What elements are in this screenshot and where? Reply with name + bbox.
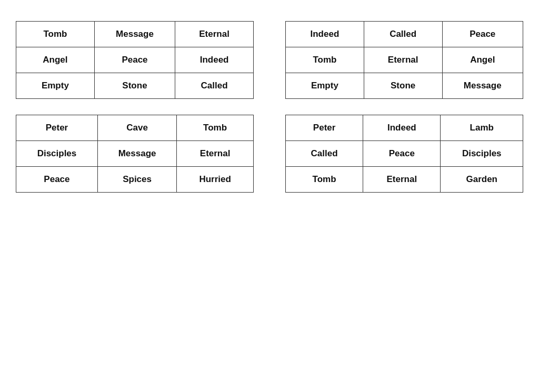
table-row: CalledPeaceDisciples [286, 141, 523, 167]
table-cell: Peter [16, 115, 98, 141]
table-row: PeaceSpicesHurried [16, 167, 254, 193]
table-row: EmptyStoneMessage [286, 73, 523, 99]
table-cell: Tomb [177, 115, 254, 141]
table-cell: Angel [442, 47, 523, 73]
table-cell: Empty [16, 73, 95, 99]
table-cell: Spices [97, 167, 176, 193]
table-row: TombEternalAngel [286, 47, 523, 73]
left-column: TombMessageEternalAngelPeaceIndeedEmptyS… [16, 21, 254, 193]
table-cell: Eternal [364, 47, 442, 73]
table-cell: Message [94, 22, 175, 47]
table-cell: Disciples [16, 141, 98, 167]
table-cell: Peace [442, 22, 523, 47]
table-cell: Stone [94, 73, 175, 99]
table-cell: Garden [441, 167, 523, 193]
table-bottom-left: PeterCaveTombDisciplesMessageEternalPeac… [16, 115, 254, 193]
table-row: AngelPeaceIndeed [16, 47, 254, 73]
table-cell: Empty [286, 73, 364, 99]
right-column: IndeedCalledPeaceTombEternalAngelEmptySt… [285, 21, 523, 193]
table-top-left: TombMessageEternalAngelPeaceIndeedEmptyS… [16, 21, 254, 99]
table-cell: Lamb [441, 115, 523, 141]
table-cell: Angel [16, 47, 95, 73]
table-row: PeterIndeedLamb [286, 115, 523, 141]
table-row: PeterCaveTomb [16, 115, 254, 141]
table-row: DisciplesMessageEternal [16, 141, 254, 167]
table-cell: Message [97, 141, 176, 167]
table-cell: Stone [364, 73, 442, 99]
table-cell: Indeed [175, 47, 254, 73]
table-cell: Message [442, 73, 523, 99]
table-row: EmptyStoneCalled [16, 73, 254, 99]
table-cell: Peace [94, 47, 175, 73]
table-top-right: IndeedCalledPeaceTombEternalAngelEmptySt… [285, 21, 523, 99]
table-cell: Tomb [16, 22, 95, 47]
table-bottom-right: PeterIndeedLambCalledPeaceDisciplesTombE… [285, 115, 523, 193]
table-cell: Hurried [177, 167, 254, 193]
table-cell: Eternal [175, 22, 254, 47]
table-cell: Called [175, 73, 254, 99]
table-cell: Tomb [286, 167, 363, 193]
table-cell: Cave [97, 115, 176, 141]
table-row: TombMessageEternal [16, 22, 254, 47]
table-cell: Eternal [363, 167, 441, 193]
table-cell: Indeed [286, 22, 364, 47]
table-cell: Eternal [177, 141, 254, 167]
table-row: TombEternalGarden [286, 167, 523, 193]
table-cell: Peter [286, 115, 363, 141]
page-layout: TombMessageEternalAngelPeaceIndeedEmptyS… [16, 21, 523, 193]
table-cell: Peace [16, 167, 98, 193]
table-cell: Disciples [441, 141, 523, 167]
table-cell: Called [364, 22, 442, 47]
table-row: IndeedCalledPeace [286, 22, 523, 47]
table-cell: Indeed [363, 115, 441, 141]
table-cell: Tomb [286, 47, 364, 73]
table-cell: Called [286, 141, 363, 167]
table-cell: Peace [363, 141, 441, 167]
